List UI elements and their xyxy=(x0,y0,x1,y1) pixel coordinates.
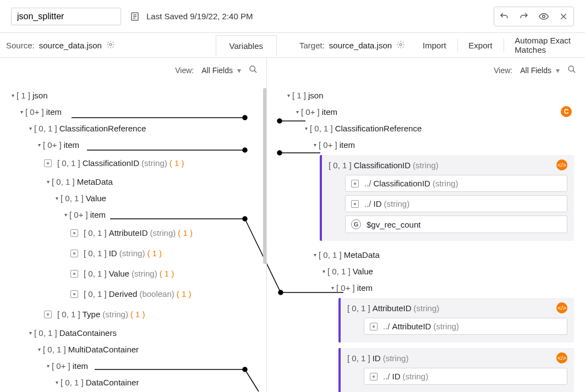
caret-icon[interactable]: ▾ xyxy=(285,92,292,98)
tree-row-item[interactable]: ▾ [ 0+ ] item xyxy=(267,279,585,296)
import-button[interactable]: Import xyxy=(412,41,457,50)
tree-row-item[interactable]: ▾ [ 0+ ] item xyxy=(0,103,266,120)
leaf-icon xyxy=(70,270,78,278)
caret-icon[interactable]: ▾ xyxy=(53,379,61,385)
tree-row-type[interactable]: [ 0, 1 ] Type (string) ( 1 ) xyxy=(0,304,266,324)
variables-tab[interactable]: Variables xyxy=(216,35,277,56)
field-name: item xyxy=(322,107,337,117)
field-name: json xyxy=(308,91,324,100)
caret-icon[interactable]: ▾ xyxy=(53,195,61,201)
target-gear-icon[interactable] xyxy=(396,40,405,51)
caret-icon[interactable]: ▾ xyxy=(329,285,336,291)
tree-row-id[interactable]: [ 0, 1 ] ID (string) ( 1 ) xyxy=(0,243,266,263)
tree-row-json[interactable]: ▾ [ 1 ] json xyxy=(267,87,585,103)
field-name: MetaData xyxy=(344,250,380,260)
caret-icon[interactable]: ▾ xyxy=(302,125,310,131)
field-type: (string) xyxy=(413,161,439,170)
tree-row-item[interactable]: ▾ [ 0+ ] item xyxy=(267,136,585,153)
cardinality: [ 0, 1 ] xyxy=(319,250,342,260)
tree-row-value-field[interactable]: [ 0, 1 ] Value (string) ( 1 ) xyxy=(0,263,266,284)
map-block-classificationid[interactable]: [ 0, 1 ] ClassificationID (string) </> .… xyxy=(320,155,574,241)
tree-row-metadata[interactable]: ▾ [ 0, 1 ] MetaData xyxy=(0,173,266,190)
map-item[interactable]: ../ ID (string) xyxy=(345,195,567,212)
tree-row-datacontainer[interactable]: ▾ [ 0, 1 ] DataContainer xyxy=(0,374,266,390)
map-block-id[interactable]: [ 0, 1 ] ID (string) </> ../ ID (string) xyxy=(338,348,574,392)
script-badge-icon[interactable]: </> xyxy=(556,352,567,363)
source-view-select[interactable]: All Fields ▾ xyxy=(201,66,241,75)
close-button[interactable] xyxy=(554,7,573,26)
svg-point-9 xyxy=(250,66,255,71)
field-name: json xyxy=(32,91,48,100)
script-badge-icon[interactable]: </> xyxy=(556,159,567,170)
undo-button[interactable] xyxy=(494,7,514,26)
tree-row-item[interactable]: ▾ [ 0+ ] item xyxy=(0,206,266,223)
caret-icon[interactable]: ▾ xyxy=(18,109,25,115)
tree-row-value[interactable]: ▾ [ 0, 1 ] Value xyxy=(0,190,266,206)
cardinality: [ 0+ ] xyxy=(52,361,70,371)
cardinality: [ 0, 1 ] xyxy=(34,328,57,338)
tree-row-item[interactable]: ▾ [ 0+ ] item xyxy=(0,357,266,374)
field-name: Value xyxy=(109,269,129,278)
tree-row-classref[interactable]: ▾ [ 0, 1 ] ClassificationReference xyxy=(0,120,266,136)
field-name: item xyxy=(340,140,355,150)
map-item[interactable]: ../ AttributeID (string) xyxy=(364,318,567,335)
tree-row-metadata[interactable]: ▾ [ 0, 1 ] MetaData xyxy=(267,246,585,263)
field-name: DataContainers xyxy=(59,328,117,338)
redo-button[interactable] xyxy=(514,7,534,26)
field-name: item xyxy=(64,140,79,150)
leaf-icon xyxy=(351,180,359,187)
script-badge-icon[interactable]: </> xyxy=(556,302,567,313)
automap-button[interactable]: Automap Exact Matches xyxy=(504,36,585,54)
field-name: item xyxy=(46,107,62,117)
field-type: (string) xyxy=(433,179,458,188)
export-button[interactable]: Export xyxy=(457,41,503,50)
cardinality: [ 0, 1 ] xyxy=(34,124,57,133)
tree-row-classid[interactable]: [ 0, 1 ] ClassificationID (string) ( 1 ) xyxy=(0,153,266,173)
field-name: Derived xyxy=(109,289,138,299)
caret-icon[interactable]: ▾ xyxy=(311,142,319,148)
tree-row-value[interactable]: ▾ [ 0, 1 ] Value xyxy=(267,263,585,279)
tree-row-multidc[interactable]: ▾ [ 0, 1 ] MultiDataContainer xyxy=(0,341,266,357)
map-item[interactable]: ../ ID (string) xyxy=(364,368,567,385)
field-name: DataContainer xyxy=(86,378,139,387)
tree-row-derived[interactable]: [ 0, 1 ] Derived (boolean) ( 1 ) xyxy=(0,284,266,304)
caret-icon[interactable]: ▾ xyxy=(320,268,327,274)
field-name: MetaData xyxy=(77,177,113,186)
field-type: (string) xyxy=(384,199,410,208)
field-name: ClassificationID xyxy=(83,158,139,168)
svg-line-10 xyxy=(254,70,256,73)
source-search-icon[interactable] xyxy=(249,65,258,75)
caret-icon[interactable]: ▾ xyxy=(62,212,69,218)
target-view-select[interactable]: All Fields ▾ xyxy=(520,66,560,75)
caret-icon[interactable]: ▾ xyxy=(9,92,17,98)
target-search-icon[interactable] xyxy=(567,65,576,75)
tree-row-item[interactable]: ▾ [ 0+ ] item C xyxy=(267,103,585,120)
note-icon[interactable] xyxy=(130,12,140,21)
caret-icon[interactable]: ▾ xyxy=(293,109,301,115)
map-block-attributeid[interactable]: [ 0, 1 ] AttributeID (string) </> ../ At… xyxy=(338,298,574,343)
field-name: item xyxy=(90,210,106,219)
tree-row-datacontainers[interactable]: ▾ [ 0, 1 ] DataContainers xyxy=(0,324,266,341)
caret-icon[interactable]: ▾ xyxy=(35,142,43,148)
condition-badge-icon[interactable]: C xyxy=(561,106,572,117)
caret-icon[interactable]: ▾ xyxy=(311,252,319,258)
caret-icon[interactable]: ▾ xyxy=(26,330,34,336)
map-item[interactable]: G $gv_rec_count xyxy=(345,216,567,233)
preview-button[interactable] xyxy=(534,7,554,26)
tree-row-json[interactable]: ▾ [ 1 ] json xyxy=(0,87,266,103)
field-name: Type xyxy=(83,310,101,319)
caret-icon[interactable]: ▾ xyxy=(44,179,52,185)
tree-row-attributeid[interactable]: [ 0, 1 ] AttributeID (string) ( 1 ) xyxy=(0,223,266,243)
tree-row-item[interactable]: ▾ [ 0+ ] item xyxy=(0,136,266,153)
caret-icon[interactable]: ▾ xyxy=(26,125,34,131)
map-item[interactable]: ../ ClassificationID (string) xyxy=(345,175,567,192)
cardinality: [ 0, 1 ] xyxy=(43,345,66,354)
field-name: ID xyxy=(109,249,117,258)
caret-icon[interactable]: ▾ xyxy=(35,346,43,352)
name-input[interactable] xyxy=(11,8,121,25)
caret-icon[interactable]: ▾ xyxy=(44,363,52,369)
source-gear-icon[interactable] xyxy=(106,40,115,51)
field-type: (boolean) xyxy=(139,289,174,299)
tree-row-classref[interactable]: ▾ [ 0, 1 ] ClassificationReference xyxy=(267,120,585,136)
cardinality: [ 0, 1 ] xyxy=(84,289,107,299)
